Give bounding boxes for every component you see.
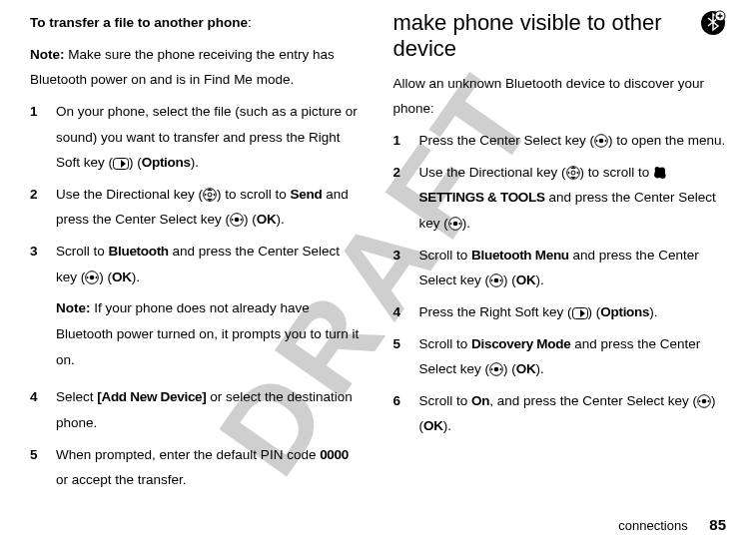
step-text: ). — [462, 216, 470, 231]
step-text: Press the Right Soft key ( — [419, 304, 572, 319]
step-text: ). — [132, 270, 140, 284]
footer-page-number: 85 — [709, 516, 726, 533]
center-select-key-icon — [230, 213, 244, 227]
step-text: Use the Directional key ( — [419, 165, 566, 180]
step-text: ). — [276, 212, 284, 227]
step-body: Select [Add New Device] or select the de… — [56, 384, 364, 435]
svg-point-24 — [452, 222, 457, 227]
step-body: Use the Directional key () to scroll to … — [419, 160, 727, 237]
step-body: Scroll to Bluetooth Menu and press the C… — [419, 243, 727, 293]
svg-point-13 — [87, 276, 89, 278]
step-number: 3 — [30, 239, 56, 378]
directional-key-icon — [203, 188, 217, 202]
step-text: ) to scroll to — [580, 165, 654, 180]
step-body: Scroll to On, and press the Center Selec… — [419, 388, 727, 439]
step-text: Press the Center Select key ( — [419, 133, 595, 148]
center-select-key-icon — [448, 217, 462, 231]
soft-right-key-icon — [113, 158, 129, 170]
step-text: ) to scroll to — [217, 187, 291, 202]
step-number: 2 — [393, 160, 419, 237]
step-item: 3Scroll to Bluetooth and press the Cente… — [30, 239, 364, 378]
step-number: 5 — [30, 442, 56, 493]
step-ui-label: Send — [291, 187, 323, 202]
step-ui-label: OK — [257, 212, 277, 227]
step-ui-label: Bluetooth Menu — [471, 248, 569, 263]
svg-point-12 — [90, 274, 95, 279]
step-item: 5When prompted, enter the default PIN co… — [30, 442, 364, 493]
note-label: Note: — [30, 47, 65, 62]
svg-point-10 — [241, 220, 243, 222]
step-text: ). — [443, 418, 451, 433]
step-text: ) ( — [129, 155, 142, 170]
step-text: , and press the Center Select key ( — [489, 393, 697, 408]
step-item: 2Use the Directional key () to scroll to… — [30, 182, 364, 233]
step-body: On your phone, select the file (such as … — [56, 99, 364, 176]
step-text: On your phone, select the file (such as … — [56, 104, 358, 170]
step-text: Use the Directional key ( — [56, 187, 203, 202]
step-ui-label: Discovery Mode — [471, 336, 570, 351]
step-number: 3 — [393, 243, 419, 293]
svg-point-17 — [596, 140, 598, 142]
step-body: Use the Directional key () to scroll to … — [56, 182, 364, 233]
note-text: Make sure the phone receiving the entry … — [30, 47, 335, 88]
svg-point-14 — [96, 276, 98, 278]
svg-point-37 — [702, 399, 707, 404]
step-text: Scroll to — [56, 244, 109, 259]
step-ui-label: SETTINGS & TOOLS — [419, 190, 545, 205]
step-text: ) ( — [99, 270, 112, 284]
step-ui-label: OK — [423, 418, 443, 433]
svg-point-30 — [500, 279, 502, 281]
left-column: To transfer a file to another phone: Not… — [30, 10, 364, 499]
svg-point-29 — [491, 279, 493, 281]
svg-point-16 — [599, 139, 604, 144]
step-note: Note: If your phone does not already hav… — [56, 295, 364, 372]
step-body: Press the Center Select key () to open t… — [419, 128, 727, 154]
step-number: 1 — [30, 99, 56, 176]
step-text: ) ( — [244, 212, 257, 227]
step-number: 6 — [393, 388, 419, 439]
svg-point-39 — [708, 400, 710, 402]
center-select-key-icon — [697, 394, 711, 408]
svg-point-21 — [567, 172, 569, 174]
step-number: 4 — [393, 299, 419, 325]
center-select-key-icon — [489, 273, 503, 287]
step-text: ). — [649, 304, 657, 319]
step-text: ). — [535, 272, 543, 287]
step-ui-label: Options — [600, 304, 649, 319]
svg-point-38 — [699, 400, 701, 402]
step-text: or accept the transfer. — [56, 472, 187, 487]
footer-section: connections — [618, 518, 687, 533]
step-number: 2 — [30, 182, 56, 233]
step-text: Scroll to — [419, 393, 472, 408]
center-select-key-icon — [594, 134, 608, 148]
left-intro: To transfer a file to another phone: — [30, 10, 364, 36]
step-item: 2Use the Directional key () to scroll to… — [393, 160, 727, 237]
svg-point-6 — [214, 194, 216, 196]
page-content: To transfer a file to another phone: Not… — [0, 0, 756, 499]
step-text: Select — [56, 389, 97, 404]
svg-point-9 — [232, 220, 234, 222]
step-item: 6Scroll to On, and press the Center Sele… — [393, 388, 727, 439]
step-ui-label: OK — [516, 272, 536, 287]
left-intro-bold: To transfer a file to another phone — [30, 15, 248, 30]
step-text: Scroll to — [419, 248, 472, 263]
svg-point-20 — [571, 171, 575, 175]
step-number: 1 — [393, 128, 419, 154]
step-ui-label: OK — [112, 270, 132, 284]
step-text: When prompted, enter the default PIN cod… — [56, 447, 320, 462]
svg-point-28 — [494, 278, 499, 283]
step-text: ) ( — [503, 272, 516, 287]
step-ui-label: Bluetooth — [109, 244, 169, 259]
step-ui-label: Options — [142, 155, 191, 170]
center-select-key-icon — [489, 362, 503, 376]
step-body: Scroll to Discovery Mode and press the C… — [419, 331, 727, 382]
step-text: ) ( — [503, 361, 516, 376]
step-item: 3Scroll to Bluetooth Menu and press the … — [393, 243, 727, 293]
svg-point-5 — [205, 194, 207, 196]
note-text: If your phone does not already have Blue… — [56, 300, 359, 366]
step-item: 4Press the Right Soft key () (Options). — [393, 299, 727, 325]
step-item: 1On your phone, select the file (such as… — [30, 99, 364, 176]
svg-point-34 — [491, 368, 493, 370]
right-intro: Allow an unknown Bluetooth device to dis… — [393, 71, 727, 122]
directional-key-icon — [566, 166, 580, 180]
